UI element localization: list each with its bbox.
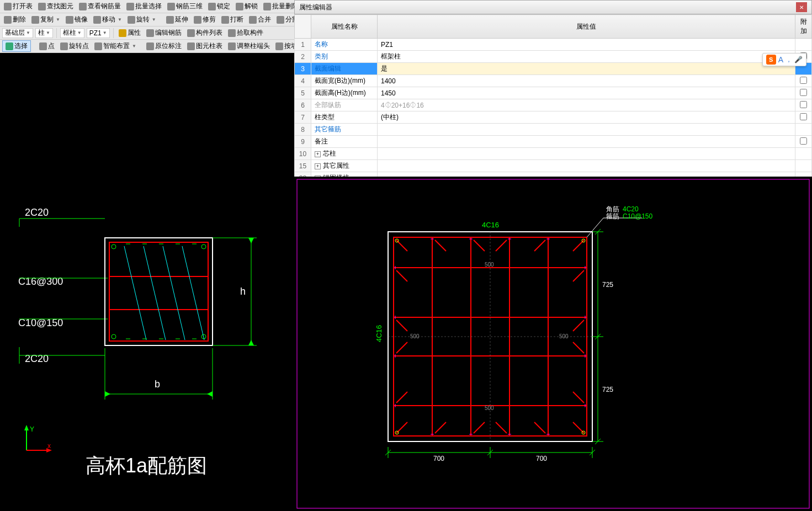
add-checkbox-cell[interactable] <box>795 148 812 160</box>
tb-viewrebar[interactable]: 查看钢筋量 <box>77 1 123 12</box>
tb-delete[interactable]: 删除 <box>2 14 28 25</box>
property-value[interactable]: PZ1 <box>378 39 795 51</box>
tb-move[interactable]: 移动▼ <box>92 14 124 25</box>
add-checkbox[interactable] <box>800 89 807 96</box>
tb-coltable[interactable]: 图元柱表 <box>185 41 224 51</box>
property-row[interactable]: 9备注 <box>295 136 812 148</box>
tb-batchdel[interactable]: 批量删除 <box>262 1 294 12</box>
origmark-icon <box>146 42 154 50</box>
add-checkbox[interactable] <box>800 77 807 84</box>
adjustend-icon <box>228 42 236 50</box>
add-checkbox[interactable] <box>800 101 807 108</box>
property-row[interactable]: 4截面宽(B边)(mm)1400 <box>295 75 812 87</box>
property-value[interactable]: 1400 <box>378 75 795 87</box>
name-dropdown[interactable]: PZ1▼ <box>87 28 110 38</box>
tb-copy[interactable]: 复制▼ <box>30 14 62 25</box>
preview-canvas[interactable]: 500 500 500 500 4C16 4C16 角筋 4C <box>294 177 812 511</box>
mic-icon[interactable]: 🎤 <box>794 56 803 63</box>
row-number: 6 <box>295 99 311 111</box>
property-row[interactable]: 8其它箍筋 <box>295 124 812 136</box>
tb-extend[interactable]: 延伸 <box>164 14 190 25</box>
tb-point[interactable]: 点 <box>38 41 56 51</box>
tb-editrebar[interactable]: 编辑钢筋 <box>145 28 183 38</box>
property-row[interactable]: 15+其它属性 <box>295 160 812 172</box>
property-row[interactable]: 10+芯柱 <box>295 148 812 160</box>
tb-pickcomp[interactable]: 拾取构件 <box>226 28 265 38</box>
property-value[interactable]: 4⏀20+16⏀16 <box>378 99 795 111</box>
tb-break[interactable]: 打断 <box>220 14 245 25</box>
property-value[interactable] <box>378 148 795 160</box>
property-row[interactable]: 3截面编辑是 <box>295 63 812 75</box>
property-row[interactable]: 7柱类型(中柱) <box>295 111 812 124</box>
header-add[interactable]: 附加 <box>795 15 812 39</box>
ime-comma[interactable]: ， <box>786 55 792 65</box>
tb-rebar3d[interactable]: 钢筋三维 <box>166 1 204 12</box>
name-label: PZ1 <box>89 29 102 37</box>
add-checkbox-cell[interactable] <box>795 124 812 136</box>
sogou-icon[interactable]: S <box>766 55 776 65</box>
svg-text:角筋: 角筋 <box>606 205 619 213</box>
add-checkbox-cell[interactable] <box>795 136 812 148</box>
add-checkbox-cell[interactable] <box>795 75 812 87</box>
property-row[interactable]: 5截面高(H边)(mm)1450 <box>295 87 812 99</box>
add-checkbox-cell[interactable] <box>795 87 812 99</box>
add-checkbox[interactable] <box>800 137 807 145</box>
svg-line-58 <box>534 422 545 433</box>
tb-attr[interactable]: 属性 <box>117 28 142 38</box>
expand-button[interactable]: + <box>315 163 321 169</box>
add-checkbox[interactable] <box>800 113 807 120</box>
ime-toolbar[interactable]: S A ， 🎤 <box>762 53 806 66</box>
select-icon <box>6 42 13 50</box>
tb-split[interactable]: 分割 <box>275 14 294 25</box>
property-value[interactable] <box>378 124 795 136</box>
svg-line-66 <box>573 392 584 403</box>
property-row[interactable]: 6全部纵筋4⏀20+16⏀16 <box>295 99 812 111</box>
header-propname[interactable]: 属性名称 <box>311 15 378 39</box>
property-value[interactable] <box>378 136 795 148</box>
tb-lock[interactable]: 锁定 <box>206 1 232 12</box>
add-checkbox-cell[interactable] <box>795 99 812 111</box>
add-checkbox-cell[interactable] <box>795 160 812 172</box>
tb-rotatepoint[interactable]: 旋转点 <box>59 41 91 51</box>
layer-dropdown[interactable]: 基础层▼ <box>2 28 33 38</box>
tb-origmark[interactable]: 原位标注 <box>145 41 183 51</box>
add-checkbox-cell[interactable] <box>795 111 812 124</box>
tb-merge-label: 合并 <box>258 15 271 24</box>
tb-trim[interactable]: 修剪 <box>192 14 217 25</box>
elem2-dropdown[interactable]: 框柱▼ <box>60 28 84 38</box>
property-name: 截面高(H边)(mm) <box>315 89 366 97</box>
tb-mirror[interactable]: 镜像 <box>64 14 89 25</box>
property-value[interactable]: (中柱) <box>378 111 795 124</box>
svg-line-55 <box>435 422 446 433</box>
label-top: 2C20 <box>25 207 49 218</box>
tb-batchsel[interactable]: 批量选择 <box>125 1 163 12</box>
chevron-down-icon: ▼ <box>152 17 156 22</box>
property-row[interactable]: 2类别框架柱 <box>295 51 812 63</box>
svg-line-63 <box>573 270 584 281</box>
tb-smartlayout[interactable]: 智能布置▼ <box>93 41 138 51</box>
tb-open[interactable]: 打开表 <box>2 1 34 12</box>
ime-mode[interactable]: A <box>778 55 783 64</box>
add-checkbox-cell[interactable] <box>795 39 812 51</box>
elem1-dropdown[interactable]: 柱▼ <box>35 28 53 38</box>
tb-find[interactable]: 查找图元 <box>36 1 75 12</box>
tb-bywall[interactable]: 按墙 <box>274 41 294 51</box>
row-number: 8 <box>295 124 311 136</box>
property-value[interactable]: 框架柱 <box>378 51 795 63</box>
property-value[interactable] <box>378 160 795 172</box>
tb-unlock[interactable]: 解锁 <box>234 1 259 12</box>
tb-complist[interactable]: 构件列表 <box>185 28 224 38</box>
cad-canvas[interactable]: 2C20 C16@300 C10@150 2C20 <box>0 53 294 511</box>
batchdel-icon <box>263 3 271 10</box>
row-number: 15 <box>295 160 311 172</box>
property-value[interactable]: 1450 <box>378 87 795 99</box>
tb-merge[interactable]: 合并 <box>247 14 273 25</box>
tb-select[interactable]: 选择 <box>2 40 31 52</box>
tb-adjustend[interactable]: 调整柱端头 <box>226 41 272 51</box>
property-row[interactable]: 1名称PZ1 <box>295 39 812 51</box>
tb-rotate[interactable]: 旋转▼ <box>126 14 158 25</box>
property-value[interactable]: 是 <box>378 63 795 75</box>
expand-button[interactable]: + <box>315 151 321 157</box>
header-propval[interactable]: 属性值 <box>378 15 795 39</box>
close-button[interactable]: ✕ <box>796 2 807 12</box>
